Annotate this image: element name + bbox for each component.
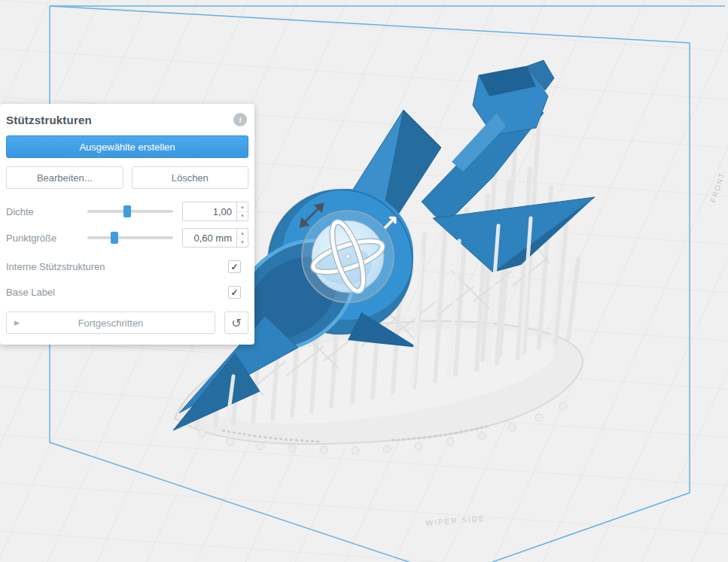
base-label-row: Base Label ✓ [6, 286, 248, 299]
density-input[interactable]: 1,00 ▲ ▼ [182, 202, 248, 221]
edit-button[interactable]: Bearbeiten... [6, 166, 123, 189]
advanced-button-label: Fortgeschritten [78, 317, 144, 329]
density-row: Dichte 1,00 ▲ ▼ [6, 202, 248, 221]
panel-title: Stützstrukturen [6, 114, 92, 126]
base-label-checkbox[interactable]: ✓ [228, 286, 241, 299]
edit-delete-row: Bearbeiten... Löschen [6, 166, 248, 189]
point-size-row: Punktgröße 0,60 mm ▲ ▼ [6, 228, 248, 248]
spinner-up-icon[interactable]: ▲ [237, 202, 248, 212]
panel-header: Stützstrukturen i [6, 113, 247, 126]
density-label: Dichte [6, 206, 87, 217]
info-icon[interactable]: i [233, 113, 247, 126]
density-value: 1,00 [183, 202, 236, 220]
point-size-slider-track [87, 236, 173, 239]
advanced-row: ▶ Fortgeschritten ↺ [6, 311, 248, 334]
point-size-value: 0,60 mm [183, 229, 236, 247]
delete-button[interactable]: Löschen [132, 166, 249, 189]
spinner-down-icon[interactable]: ▼ [237, 238, 248, 248]
drag-arrow-icon[interactable]: ↗ [381, 211, 398, 235]
density-slider[interactable] [87, 205, 173, 217]
generate-selected-button[interactable]: Ausgewählte erstellen [6, 135, 248, 158]
internal-supports-checkbox[interactable]: ✓ [228, 260, 241, 273]
point-size-slider-handle[interactable] [111, 232, 118, 244]
point-size-label: Punktgröße [6, 232, 87, 244]
expand-arrow-icon: ▶ [14, 319, 20, 327]
base-label-label: Base Label [6, 287, 55, 298]
density-spinner[interactable]: ▲ ▼ [236, 202, 248, 220]
point-size-slider[interactable] [87, 232, 173, 244]
point-size-input[interactable]: 0,60 mm ▲ ▼ [182, 228, 248, 248]
advanced-button[interactable]: ▶ Fortgeschritten [6, 311, 215, 334]
rotation-gizmo-sphere[interactable] [302, 211, 394, 302]
spinner-down-icon[interactable]: ▼ [237, 212, 248, 221]
supports-panel: Stützstrukturen i Ausgewählte erstellen … [0, 104, 254, 345]
reset-button[interactable]: ↺ [224, 311, 248, 334]
point-size-spinner[interactable]: ▲ ▼ [236, 229, 248, 247]
density-slider-handle[interactable] [123, 205, 131, 217]
internal-supports-row: Interne Stützstrukturen ✓ [6, 260, 248, 273]
spinner-up-icon[interactable]: ▲ [237, 229, 248, 238]
internal-supports-label: Interne Stützstrukturen [6, 261, 105, 272]
